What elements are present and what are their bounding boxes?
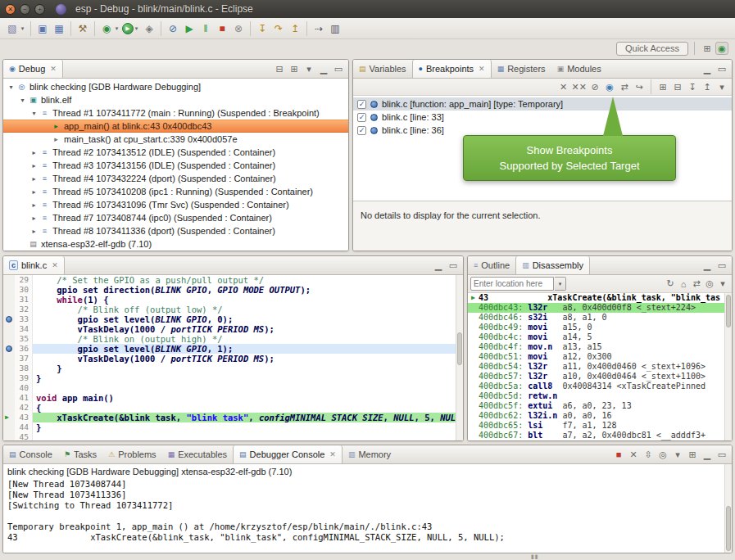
tab-memory[interactable]: ▥Memory	[343, 445, 397, 463]
debug-icon[interactable]: ◉	[99, 21, 114, 36]
remove-breakpoint-icon[interactable]: ✕	[557, 80, 570, 93]
view-menu-icon[interactable]: ▾	[716, 278, 729, 291]
annotation-ruler[interactable]	[3, 285, 15, 295]
minimize-view-icon[interactable]: ▁	[701, 259, 714, 272]
expander-icon[interactable]: ▸	[29, 201, 39, 209]
instruction-stepping-icon[interactable]: ⇢	[311, 21, 326, 36]
debug-tree-item[interactable]: ▸≡Thread #7 1073408744 (ipc0) (Suspended…	[3, 211, 348, 224]
location-dropdown-icon[interactable]: ▾	[555, 277, 566, 291]
editor-line[interactable]: 40	[3, 383, 463, 393]
view-menu-icon[interactable]: ▾	[715, 80, 728, 93]
tab-debugger-console[interactable]: ▤Debugger Console✕	[233, 445, 343, 463]
disasm-instruction-row[interactable]: 400dbc49: movi a15, 0	[468, 323, 732, 332]
annotation-ruler[interactable]	[3, 344, 15, 354]
editor-line[interactable]: 36 gpio_set_level(BLINK_GPIO, 1);	[3, 344, 463, 354]
debug-tree-item[interactable]: ▸≡Thread #6 1073431096 (Tmr Svc) (Suspen…	[3, 198, 348, 211]
tab-breakpoints[interactable]: ●Breakpoints✕	[412, 60, 492, 78]
open-perspective-icon[interactable]: ⊞	[701, 42, 714, 55]
suspend-icon[interactable]: ‖	[198, 21, 213, 36]
minimize-view-icon[interactable]: ▁	[701, 62, 714, 75]
disasm-instruction-row[interactable]: 400dbc5f: extui a6, a0, 23, 13	[468, 401, 732, 411]
tab-tasks[interactable]: ⚑Tasks	[58, 445, 102, 463]
scroll-lock-icon[interactable]: ⇳	[642, 448, 655, 461]
line-number[interactable]: 44	[15, 422, 33, 432]
editor-line[interactable]: 32 /* Blink off (output low) */	[3, 305, 463, 314]
expand-all-icon[interactable]: ⊞	[656, 80, 669, 93]
view-layout-icon[interactable]: ⊞	[288, 62, 301, 75]
disassembly-scrollbar[interactable]	[724, 293, 732, 440]
collapse-all-icon[interactable]: ⊟	[273, 62, 286, 75]
expander-icon[interactable]: ▸	[29, 175, 39, 183]
expander-icon[interactable]: ▾	[29, 110, 39, 117]
editor-lines[interactable]: 29 /* Set the GPIO as a push/pull output…	[3, 275, 463, 440]
disasm-instruction-row[interactable]: 400dbc62: l32i.n a0, a0, 16	[468, 411, 732, 421]
annotation-ruler[interactable]	[3, 334, 15, 344]
tab-console[interactable]: ▤Console	[3, 445, 58, 463]
debug-tree-item[interactable]: ▾▣blink.elf	[3, 93, 348, 106]
annotation-ruler[interactable]	[3, 364, 15, 373]
annotation-ruler[interactable]	[3, 295, 15, 305]
minimize-view-icon[interactable]: ▁	[317, 62, 330, 75]
editor-line[interactable]: 33 gpio_set_level(BLINK_GPIO, 0);	[3, 314, 463, 324]
scrollbar-thumb[interactable]	[726, 295, 731, 327]
line-number[interactable]: 39	[15, 373, 33, 383]
pin-console-icon[interactable]: ◎	[656, 448, 669, 461]
tab-blink-c[interactable]: cblink.c✕	[3, 256, 65, 274]
minimize-view-icon[interactable]: ▁	[432, 259, 445, 272]
tab-executables[interactable]: ▦Executables	[162, 445, 233, 463]
minimize-button[interactable]: −	[20, 4, 30, 15]
save-all-icon[interactable]: ▦	[52, 21, 66, 36]
tab-outline[interactable]: ≡Outline	[468, 256, 515, 274]
line-number[interactable]: 33	[15, 314, 33, 324]
expander-icon[interactable]: ▾	[17, 97, 28, 104]
new-dropdown-icon[interactable]: ▾	[19, 21, 26, 36]
line-number[interactable]: 31	[15, 295, 33, 305]
disasm-instruction-row[interactable]: 400dbc46: s32i a8, a1, 0	[468, 313, 732, 323]
expander-icon[interactable]: ▾	[6, 84, 16, 91]
editor-line[interactable]: 44}	[3, 422, 463, 432]
remove-launch-icon[interactable]: ✕	[627, 448, 640, 461]
sash-grip[interactable]: ▮▮	[531, 553, 539, 560]
location-input[interactable]	[470, 277, 554, 291]
debug-tree-item[interactable]: ▸≡Thread #5 1073410208 (ipc1 : Running) …	[3, 185, 348, 198]
breakpoint-checkbox[interactable]: ✓	[357, 113, 366, 122]
expander-icon[interactable]: ▸	[29, 215, 39, 222]
breakpoint-item[interactable]: ✓blink.c [line: 33]	[353, 111, 732, 124]
quick-access-button[interactable]: Quick Access	[616, 42, 688, 56]
line-number[interactable]: 42	[15, 403, 33, 413]
export-breakpoints-icon[interactable]: ↥	[701, 80, 714, 93]
annotation-ruler[interactable]	[3, 354, 15, 364]
close-tab-icon[interactable]: ✕	[479, 65, 485, 73]
editor-line[interactable]: 39}	[3, 373, 463, 383]
view-menu-icon[interactable]: ▾	[302, 62, 315, 75]
line-number[interactable]: 37	[15, 354, 33, 364]
editor-line[interactable]: 42{	[3, 403, 463, 413]
tab-registers[interactable]: ▦Registers	[492, 60, 551, 78]
close-tab-icon[interactable]: ✕	[50, 65, 57, 73]
breakpoint-checkbox[interactable]: ✓	[357, 126, 366, 135]
expander-icon[interactable]: ▸	[29, 188, 39, 196]
run-icon[interactable]: ▶	[122, 23, 134, 34]
debug-tree-item[interactable]: ▾≡Thread #1 1073411772 (main : Running) …	[3, 106, 348, 120]
debug-perspective-icon[interactable]: ◉	[715, 42, 728, 55]
annotation-ruler[interactable]	[3, 373, 15, 383]
line-number[interactable]: 29	[15, 275, 33, 285]
tab-modules[interactable]: ▣Modules	[551, 60, 607, 78]
editor-line[interactable]: 35 /* Blink on (output high) */	[3, 334, 463, 344]
skip-all-breakpoints-icon[interactable]: ⊘	[588, 80, 601, 93]
debug-tree-item[interactable]: ▸≡Thread #4 1073432224 (dport) (Suspende…	[3, 172, 348, 185]
editor-line[interactable]: 45	[3, 432, 463, 440]
editor-scrollbar[interactable]	[456, 275, 463, 440]
disasm-instruction-row[interactable]: 400dbc5d: retw.n	[468, 391, 732, 401]
editor-line[interactable]: 38 }	[3, 364, 463, 373]
line-number[interactable]: 34	[15, 324, 33, 334]
line-number[interactable]: 36	[15, 344, 33, 354]
goto-file-icon[interactable]: ↪	[633, 80, 646, 93]
maximize-view-icon[interactable]: ▭	[715, 259, 728, 272]
line-number[interactable]: 30	[15, 285, 33, 295]
terminate-icon[interactable]: ■	[612, 448, 625, 461]
run-dropdown-icon[interactable]: ▾	[133, 21, 140, 36]
breakpoint-checkbox[interactable]: ✓	[357, 100, 366, 109]
editor-line[interactable]: 31 while(1) {	[3, 295, 463, 305]
show-supported-breakpoints-icon[interactable]: ◉	[603, 80, 616, 93]
